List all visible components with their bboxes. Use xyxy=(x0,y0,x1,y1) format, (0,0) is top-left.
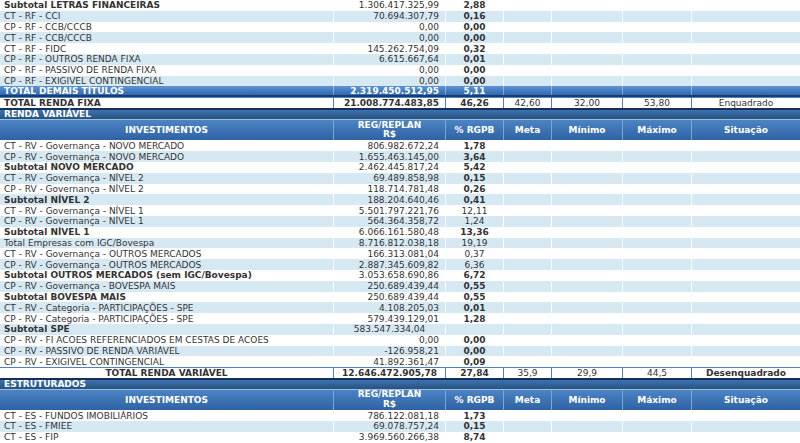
pct-rgpb-value: 5,11 xyxy=(445,86,503,95)
situacao-cell xyxy=(691,281,800,292)
meta-cell xyxy=(503,346,551,357)
maximo-cell xyxy=(622,324,691,335)
pct-rgpb-value: 3,64 xyxy=(445,151,503,162)
pct-rgpb-value: 0,41 xyxy=(445,194,503,205)
reg-replan-value: 3.053.658.690,86 xyxy=(333,270,445,281)
reg-replan-value: 5.501.797.221,76 xyxy=(333,205,445,216)
meta-cell xyxy=(503,335,551,346)
pct-rgpb-value: 46,26 xyxy=(445,98,503,108)
situacao-cell xyxy=(691,173,800,184)
maximo-cell xyxy=(622,410,691,421)
row-label: Subtotal LETRAS FINANCEIRAS xyxy=(0,0,333,11)
situacao-cell xyxy=(691,356,800,367)
reg-replan-value: 2.462.445.817,24 xyxy=(333,162,445,173)
situacao-cell xyxy=(691,410,800,421)
meta-cell xyxy=(503,281,551,292)
situacao-cell xyxy=(691,184,800,195)
reg-replan-value: 0,00 xyxy=(333,32,445,43)
row-label: CT - ES - FUNDOS IMOBILIÁRIOS xyxy=(0,410,333,421)
situacao-cell xyxy=(691,162,800,173)
situacao-cell xyxy=(691,151,800,162)
meta-cell xyxy=(503,43,551,54)
section-header-estruturados: ESTRUTURADOS xyxy=(0,378,800,389)
total-label: TOTAL RENDA FIXA xyxy=(0,98,333,108)
minimo-cell xyxy=(551,432,622,443)
reg-replan-value: 69.078.757,24 xyxy=(333,421,445,432)
pct-rgpb-value: 13,36 xyxy=(445,227,503,238)
row-label: CP - RF - EXIGIVEL CONTINGENCIAL xyxy=(0,76,333,87)
maximo-cell xyxy=(622,65,691,76)
total-label: TOTAL DEMAIS TÍTULOS xyxy=(0,86,333,95)
reg-replan-value: 41.892.361,47 xyxy=(333,356,445,367)
row-label: CT - RF - CCI xyxy=(0,11,333,22)
table-row: CT - RF - CCI70.694.307,790,16 xyxy=(0,11,800,22)
table-row: CT - ES - FMIEE69.078.757,240,15 xyxy=(0,421,800,432)
minimo-cell xyxy=(551,173,622,184)
column-header-row: INVESTIMENTOSREG/REPLANR$% RGPBMetaMínim… xyxy=(0,389,800,411)
situacao-value: Desenquadrado xyxy=(691,368,800,378)
situacao-cell xyxy=(691,65,800,76)
maximo-cell xyxy=(622,0,691,11)
maximo-value: 44,5 xyxy=(622,368,691,378)
maximo-cell xyxy=(622,205,691,216)
total-label: TOTAL RENDA VARIÁVEL xyxy=(0,368,333,378)
table-row: CP - RV - EXIGIVEL CONTINGENCIAL41.892.3… xyxy=(0,356,800,367)
situacao-cell xyxy=(691,11,800,22)
situacao-cell xyxy=(691,292,800,303)
maximo-cell xyxy=(622,140,691,151)
row-label: CP - RV - Governança - OUTROS MERCADOS xyxy=(0,259,333,270)
maximo-cell xyxy=(622,248,691,259)
column-header-meta: Meta xyxy=(503,120,551,141)
row-label: CT - RF - FIDC xyxy=(0,43,333,54)
pct-rgpb-value: 0,15 xyxy=(445,421,503,432)
table-row: CT - RV - Governança - NOVO MERCADO806.9… xyxy=(0,140,800,151)
situacao-cell xyxy=(691,140,800,151)
pct-rgpb-value: 0,00 xyxy=(445,346,503,357)
reg-replan-value: 8.716.812.038,18 xyxy=(333,238,445,249)
maximo-cell xyxy=(622,270,691,281)
pct-rgpb-value: 1,73 xyxy=(445,410,503,421)
situacao-cell xyxy=(691,54,800,65)
meta-cell xyxy=(503,162,551,173)
pct-rgpb-value: 5,42 xyxy=(445,162,503,173)
situacao-cell xyxy=(691,194,800,205)
row-label: CP - RV - Governança - NOVO MERCADO xyxy=(0,151,333,162)
table-row: CT - RV - Categoria - PARTICIPAÇÕES - SP… xyxy=(0,302,800,313)
pct-rgpb-value: 1,78 xyxy=(445,140,503,151)
minimo-cell xyxy=(551,54,622,65)
pct-rgpb-value: 19,19 xyxy=(445,238,503,249)
total-renda-variavel-row: TOTAL RENDA VARIÁVEL12.646.472.905,7827,… xyxy=(0,367,800,378)
pct-rgpb-value: 1,28 xyxy=(445,313,503,324)
maximo-cell xyxy=(622,43,691,54)
column-header-pct-rgpb: % RGPB xyxy=(445,390,503,411)
column-header-maximo: Máximo xyxy=(622,390,691,411)
row-label: CT - RV - Governança - NÍVEL 1 xyxy=(0,205,333,216)
meta-cell xyxy=(503,65,551,76)
reg-replan-line2: R$ xyxy=(383,400,396,410)
table-row: CT - RF - FIDC145.262.754,090,32 xyxy=(0,43,800,54)
reg-replan-value: 564.364.358,72 xyxy=(333,216,445,227)
row-label: Subtotal NÍVEL 2 xyxy=(0,194,333,205)
row-label: CP - RV - Governança - BOVESPA MAIS xyxy=(0,281,333,292)
situacao-cell xyxy=(691,302,800,313)
row-label: CP - RF - CCB/CCCB xyxy=(0,22,333,33)
maximo-cell xyxy=(622,421,691,432)
pct-rgpb-value: 0,26 xyxy=(445,184,503,195)
situacao-cell xyxy=(691,346,800,357)
table-row: Subtotal NOVO MERCADO2.462.445.817,245,4… xyxy=(0,162,800,173)
estruturados-section: ESTRUTURADOS INVESTIMENTOSREG/REPLANR$% … xyxy=(0,378,800,443)
section-title: RENDA VARIÁVEL xyxy=(4,109,91,119)
maximo-cell xyxy=(622,162,691,173)
reg-replan-value: 786.122.081,18 xyxy=(333,410,445,421)
maximo-cell xyxy=(622,173,691,184)
minimo-cell xyxy=(551,238,622,249)
situacao-cell xyxy=(691,205,800,216)
situacao-cell xyxy=(691,335,800,346)
row-label: CP - RV - Categoria - PARTICIPAÇÕES - SP… xyxy=(0,313,333,324)
pct-rgpb-value: 0,01 xyxy=(445,54,503,65)
reg-replan-line2: R$ xyxy=(383,130,396,140)
meta-cell xyxy=(503,302,551,313)
pct-rgpb-value: 0,37 xyxy=(445,248,503,259)
maximo-cell xyxy=(622,292,691,303)
minimo-cell xyxy=(551,76,622,87)
